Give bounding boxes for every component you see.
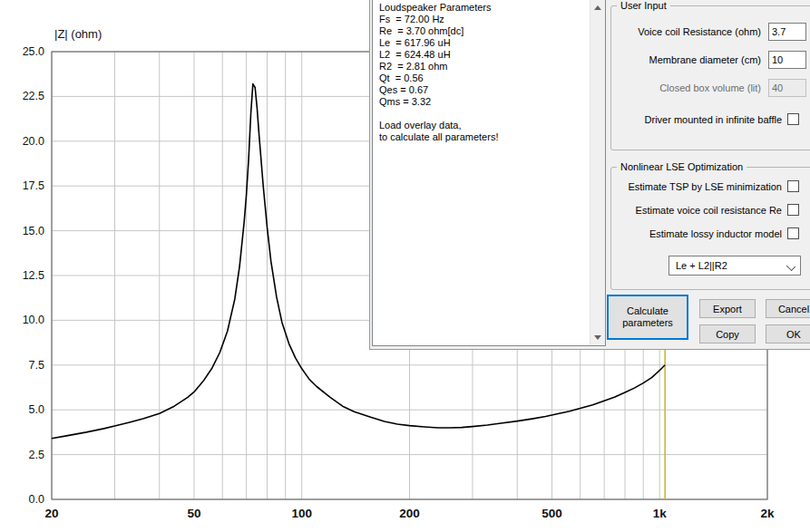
nonlinear-lse-group: Nonlinear LSE Optimization Estimate TSP … <box>610 167 810 290</box>
infinite-baffle-row: Driver mounted in infinite baffle <box>611 113 810 132</box>
closed-box-volume-input <box>768 79 806 97</box>
estimate-tsp-row: Estimate TSP by LSE minimization <box>611 180 810 199</box>
estimate-re-label: Estimate voice coil resistance Re <box>611 205 782 216</box>
x-tick-label: 20 <box>44 507 58 520</box>
y-tick-label: 25.0 <box>23 45 44 58</box>
x-tick-label: 1k <box>653 507 668 520</box>
chevron-down-icon <box>786 262 795 271</box>
scroll-up-icon <box>594 5 601 10</box>
y-tick-label: 17.5 <box>23 179 44 192</box>
inductor-model-value: Le + L2||R2 <box>676 260 727 271</box>
voice-coil-resistance-row: Voice coil Resistance (ohm) <box>611 23 810 42</box>
inductor-model-select[interactable]: Le + L2||R2 <box>668 256 801 276</box>
parameters-textbox[interactable]: Loudspeaker Parameters Fs = 72.00 Hz Re … <box>372 0 606 346</box>
estimate-inductor-checkbox[interactable] <box>787 227 799 239</box>
scrollbar[interactable] <box>590 0 605 345</box>
estimate-inductor-label: Estimate lossy inductor model <box>611 228 782 239</box>
x-tick-label: 200 <box>399 507 420 520</box>
y-tick-label: 2.5 <box>29 449 44 461</box>
voice-coil-resistance-input[interactable] <box>768 23 806 41</box>
ok-button[interactable]: OK <box>766 324 810 343</box>
user-input-group-title: User Input <box>617 0 670 11</box>
loudspeaker-parameters-dialog: Loudspeaker Parameters Fs = 72.00 Hz Re … <box>369 0 810 350</box>
parameters-text: Loudspeaker Parameters Fs = 72.00 Hz Re … <box>379 2 587 343</box>
export-button[interactable]: Export <box>699 299 756 318</box>
membrane-diameter-row: Membrane diameter (cm) <box>611 51 810 70</box>
y-tick-label: 10.0 <box>23 314 44 326</box>
membrane-diameter-label: Membrane diameter (cm) <box>611 54 761 65</box>
x-tick-label: 2k <box>760 507 775 520</box>
y-tick-label: 15.0 <box>23 225 44 237</box>
x-tick-label: 50 <box>187 507 200 520</box>
y-tick-label: 22.5 <box>23 90 44 102</box>
x-tick-label: 500 <box>542 507 562 520</box>
infinite-baffle-label: Driver mounted in infinite baffle <box>611 114 782 125</box>
membrane-diameter-input[interactable] <box>768 51 806 69</box>
closed-box-volume-row: Closed box volume (lit) <box>611 79 810 98</box>
estimate-re-checkbox[interactable] <box>787 204 799 216</box>
y-tick-label: 20.0 <box>23 135 44 148</box>
y-tick-label: 0.0 <box>29 493 44 506</box>
nonlinear-lse-group-title: Nonlinear LSE Optimization <box>617 161 747 172</box>
scroll-down-button[interactable] <box>590 330 605 345</box>
chart-title: |Z| (ohm) <box>54 27 102 41</box>
y-tick-label: 12.5 <box>23 269 44 282</box>
infinite-baffle-checkbox[interactable] <box>787 113 799 125</box>
estimate-tsp-label: Estimate TSP by LSE minimization <box>611 181 782 192</box>
cancel-button[interactable]: Cancel <box>766 299 810 318</box>
copy-button[interactable]: Copy <box>699 324 756 343</box>
estimate-inductor-row: Estimate lossy inductor model <box>611 227 810 247</box>
scroll-down-icon <box>594 335 601 340</box>
x-tick-label: 100 <box>291 507 312 520</box>
scroll-up-button[interactable] <box>590 0 605 15</box>
user-input-group: User Input Voice coil Resistance (ohm) M… <box>610 5 810 150</box>
estimate-tsp-checkbox[interactable] <box>787 180 799 192</box>
y-tick-label: 5.0 <box>29 403 44 416</box>
closed-box-volume-label: Closed box volume (lit) <box>611 82 761 93</box>
estimate-re-row: Estimate voice coil resistance Re <box>611 204 810 223</box>
voice-coil-resistance-label: Voice coil Resistance (ohm) <box>611 26 761 37</box>
calculate-parameters-button[interactable]: Calculate parameters <box>607 295 688 340</box>
y-tick-label: 7.5 <box>29 359 44 372</box>
